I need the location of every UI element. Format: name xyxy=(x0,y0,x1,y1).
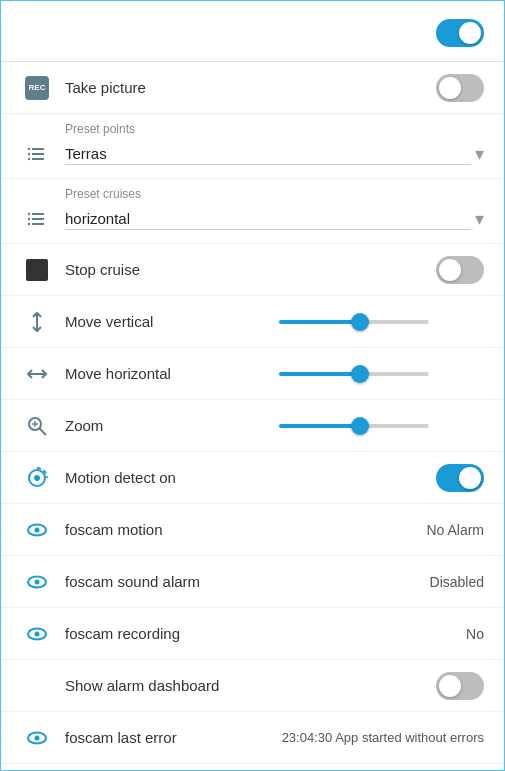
motion-detect-row: Motion detect on xyxy=(1,452,504,504)
zoom-row: Zoom xyxy=(1,400,504,452)
foscam-last-error-row: foscam last error 23:04:30 App started w… xyxy=(1,712,504,764)
foscam-recording-value: No xyxy=(466,626,484,642)
header xyxy=(1,1,504,62)
take-picture-label: Take picture xyxy=(65,79,436,96)
foscam-sound-value: Disabled xyxy=(430,574,484,590)
preset-points-label: Preset points xyxy=(65,122,135,136)
move-vertical-row: Move vertical xyxy=(1,296,504,348)
show-alarm-label: Show alarm dashboard xyxy=(65,677,436,694)
list-icon xyxy=(26,143,48,165)
preset-cruises-icon xyxy=(21,203,53,235)
rec-icon: REC xyxy=(25,76,49,100)
svg-point-9 xyxy=(28,213,30,215)
preset-points-row: Preset points TerrasTuinDeur ▾ xyxy=(1,114,504,179)
foscam-motion-row: foscam motion No Alarm xyxy=(1,504,504,556)
move-horizontal-row: Move horizontal xyxy=(1,348,504,400)
take-picture-row: REC Take picture xyxy=(1,62,504,114)
stop-icon xyxy=(26,259,48,281)
foscam-sound-label: foscam sound alarm xyxy=(65,573,422,590)
stop-cruise-icon xyxy=(21,254,53,286)
show-alarm-row: Show alarm dashboard xyxy=(1,660,504,712)
empty-icon xyxy=(26,675,48,697)
preset-cruises-label: Preset cruises xyxy=(65,187,141,201)
zoom-slider[interactable] xyxy=(279,424,429,428)
svg-point-11 xyxy=(28,223,30,225)
stop-cruise-row: Stop cruise xyxy=(1,244,504,296)
preset-points-select[interactable]: TerrasTuinDeur xyxy=(65,143,471,165)
svg-point-23 xyxy=(35,579,40,584)
svg-point-4 xyxy=(28,153,30,155)
move-horizontal-slider-wrapper xyxy=(279,372,485,376)
motion-detect-toggle[interactable] xyxy=(436,464,484,492)
eye-icon xyxy=(26,623,48,645)
move-horizontal-icon xyxy=(26,363,48,385)
svg-point-5 xyxy=(28,158,30,160)
preset-cruises-select[interactable]: horizontalverticalnone xyxy=(65,208,471,230)
preset-points-icon xyxy=(21,138,53,170)
page: REC Take picture Preset points TerrasTui… xyxy=(1,1,504,764)
foscam-last-error-icon xyxy=(21,722,53,754)
zoom-slider-wrapper xyxy=(279,424,485,428)
svg-line-15 xyxy=(40,428,47,435)
foscam-sound-row: foscam sound alarm Disabled xyxy=(1,556,504,608)
show-alarm-toggle[interactable] xyxy=(436,672,484,700)
show-alarm-icon xyxy=(21,670,53,702)
list-icon xyxy=(26,208,48,230)
preset-points-chevron: ▾ xyxy=(475,143,484,165)
eye-icon xyxy=(26,519,48,541)
move-vertical-slider-wrapper xyxy=(279,320,485,324)
move-vertical-icon xyxy=(21,306,53,338)
foscam-motion-icon xyxy=(21,514,53,546)
foscam-last-error-label: foscam last error xyxy=(65,729,271,746)
move-horizontal-label: Move horizontal xyxy=(65,365,271,382)
foscam-recording-row: foscam recording No xyxy=(1,608,504,660)
preset-cruises-row: Preset cruises horizontalverticalnone ▾ xyxy=(1,179,504,244)
move-horizontal-slider[interactable] xyxy=(279,372,429,376)
move-vertical-slider[interactable] xyxy=(279,320,429,324)
take-picture-icon: REC xyxy=(21,72,53,104)
svg-point-25 xyxy=(35,631,40,636)
stop-cruise-toggle[interactable] xyxy=(436,256,484,284)
foscam-sound-icon xyxy=(21,566,53,598)
svg-point-21 xyxy=(35,527,40,532)
foscam-recording-label: foscam recording xyxy=(65,625,458,642)
zoom-label: Zoom xyxy=(65,417,271,434)
svg-point-10 xyxy=(28,218,30,220)
foscam-last-error-value: 23:04:30 App started without errors xyxy=(279,730,485,745)
zoom-icon xyxy=(26,415,48,437)
foscam-motion-value: No Alarm xyxy=(426,522,484,538)
svg-point-19 xyxy=(34,475,40,481)
header-toggle[interactable] xyxy=(436,19,484,47)
foscam-recording-icon xyxy=(21,618,53,650)
move-vertical-label: Move vertical xyxy=(65,313,271,330)
foscam-motion-label: foscam motion xyxy=(65,521,418,538)
preset-cruises-chevron: ▾ xyxy=(475,208,484,230)
move-vertical-icon xyxy=(26,311,48,333)
motion-detect-label: Motion detect on xyxy=(65,469,436,486)
svg-point-3 xyxy=(28,148,30,150)
eye-icon xyxy=(26,727,48,749)
stop-cruise-label: Stop cruise xyxy=(65,261,436,278)
eye-icon xyxy=(26,571,48,593)
motion-icon xyxy=(25,466,49,490)
take-picture-toggle[interactable] xyxy=(436,74,484,102)
move-horizontal-icon xyxy=(21,358,53,390)
rows-container: REC Take picture Preset points TerrasTui… xyxy=(1,62,504,764)
motion-detect-icon xyxy=(21,462,53,494)
svg-point-27 xyxy=(35,735,40,740)
zoom-icon xyxy=(21,410,53,442)
